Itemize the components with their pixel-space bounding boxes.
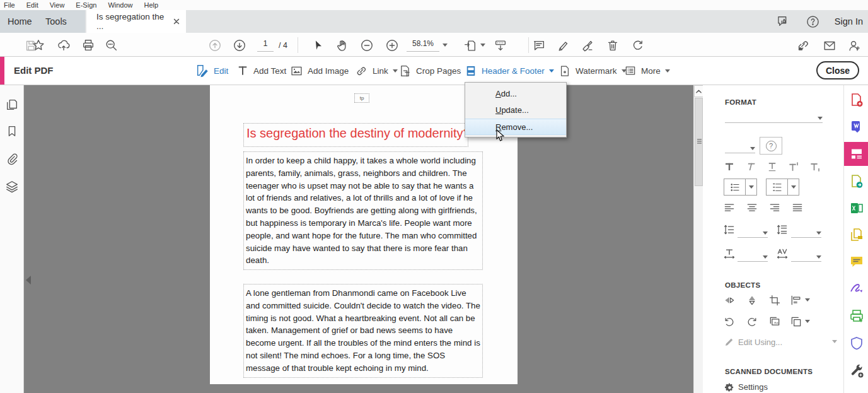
arrange-objects-caret-icon[interactable] — [805, 320, 810, 323]
paragraph-text-block[interactable]: In order to keep a child happy, it takes… — [243, 151, 483, 270]
page-thumbnails-icon[interactable] — [5, 98, 19, 112]
flip-vertical-icon[interactable] — [722, 293, 736, 307]
search-icon[interactable] — [105, 38, 119, 52]
add-image-button[interactable]: Add Image — [290, 62, 349, 79]
title-text-block[interactable]: Is segregation the destiny of modernity? — [243, 123, 468, 147]
delete-icon[interactable] — [606, 38, 620, 52]
comment-icon[interactable] — [532, 38, 546, 52]
print-icon[interactable] — [81, 38, 95, 52]
align-left-icon[interactable] — [722, 201, 736, 215]
close-button[interactable]: Close — [816, 61, 859, 79]
add-user-icon[interactable] — [847, 38, 861, 52]
page-header-text[interactable]: tp — [354, 93, 369, 103]
header-footer-button[interactable]: Header & Footer — [465, 62, 554, 79]
zoom-in-icon[interactable] — [385, 38, 399, 52]
help-icon[interactable] — [806, 15, 819, 28]
feedback-icon[interactable] — [777, 15, 791, 28]
zoom-caret-icon[interactable] — [443, 44, 448, 47]
edit-using-caret-icon[interactable] — [832, 340, 837, 343]
rotate-ccw-icon[interactable] — [722, 315, 736, 329]
edit-using-pencil-icon[interactable] — [722, 335, 736, 349]
numbered-list-caret-icon[interactable] — [787, 179, 799, 195]
link-button[interactable]: Link — [355, 62, 398, 79]
align-center-icon[interactable] — [745, 201, 759, 215]
tab-tools[interactable]: Tools — [39, 10, 73, 33]
fit-width-icon[interactable] — [494, 38, 507, 52]
arrange-objects-icon[interactable] — [789, 315, 803, 329]
edit-using-label[interactable]: Edit Using... — [738, 337, 782, 347]
crop-pages-button[interactable]: Crop Pages — [398, 62, 461, 79]
menu-edit[interactable]: Edit — [26, 1, 38, 9]
italic-icon[interactable] — [744, 160, 758, 173]
menu-item-add[interactable]: Add... — [465, 86, 566, 102]
tab-document[interactable]: Is segregation the ... — [86, 10, 186, 33]
highlighter-icon[interactable] — [556, 38, 570, 52]
character-spacing-select[interactable] — [791, 249, 821, 262]
settings-label[interactable]: Settings — [738, 382, 768, 392]
scrollbar-thumb[interactable] — [695, 98, 703, 186]
paragraph-text-block[interactable]: A lone gentleman from Dhanmondi came on … — [243, 284, 483, 378]
create-pdf-icon[interactable] — [849, 93, 864, 108]
close-icon[interactable] — [173, 18, 180, 25]
page-up-icon[interactable] — [208, 38, 222, 52]
menu-esign[interactable]: E-Sign — [76, 1, 96, 9]
settings-gear-icon[interactable] — [722, 380, 736, 393]
zoom-out-icon[interactable] — [360, 38, 374, 52]
horizontal-scale-select[interactable] — [738, 249, 768, 262]
attachments-icon[interactable] — [5, 152, 19, 166]
replace-image-icon[interactable] — [768, 315, 782, 329]
export-excel-icon[interactable] — [849, 201, 864, 216]
scan-ocr-icon[interactable] — [849, 308, 864, 324]
crop-object-icon[interactable] — [768, 293, 782, 307]
export-pdf-word-icon[interactable] — [849, 119, 864, 134]
star-icon[interactable] — [32, 38, 45, 52]
watermark-button[interactable]: Watermark — [558, 62, 627, 79]
superscript-icon[interactable] — [787, 160, 801, 173]
paragraph-spacing-icon[interactable] — [775, 223, 789, 237]
edit-pdf-tool-active[interactable] — [844, 142, 868, 166]
menu-help[interactable]: Help — [144, 1, 159, 9]
font-size-select[interactable] — [725, 141, 755, 153]
layers-icon[interactable] — [5, 180, 19, 194]
paragraph-spacing-select[interactable] — [791, 225, 821, 238]
zoom-level-input[interactable]: 58.1% — [407, 39, 439, 52]
fill-sign-icon[interactable] — [849, 281, 864, 296]
line-spacing-select[interactable] — [738, 225, 768, 238]
sign-in-button[interactable]: Sign In — [835, 16, 863, 26]
more-button[interactable]: More — [624, 62, 670, 79]
fit-page-icon[interactable] — [463, 38, 477, 52]
edit-tool-button[interactable]: Edit — [195, 62, 228, 79]
tab-home[interactable]: Home — [1, 10, 38, 33]
horizontal-scale-icon[interactable] — [722, 247, 736, 261]
menu-window[interactable]: Window — [108, 1, 132, 9]
page-number-input[interactable]: 1 — [257, 39, 274, 52]
share-link-icon[interactable] — [796, 38, 810, 52]
menu-item-update[interactable]: Update... — [465, 102, 566, 119]
page-down-icon[interactable] — [233, 38, 246, 52]
menu-view[interactable]: View — [50, 1, 65, 9]
scroll-up-icon[interactable] — [694, 85, 703, 97]
format-help-button[interactable]: ? — [760, 137, 782, 155]
rotate-icon[interactable] — [631, 38, 645, 52]
vertical-scrollbar[interactable] — [693, 85, 703, 393]
comment-tool-icon[interactable] — [849, 254, 864, 269]
email-icon[interactable] — [823, 38, 836, 52]
fit-page-caret-icon[interactable] — [480, 44, 485, 47]
align-objects-icon[interactable] — [789, 293, 803, 307]
character-spacing-icon[interactable] — [775, 247, 789, 261]
bullet-list-caret-icon[interactable] — [745, 179, 756, 195]
numbered-list-button[interactable] — [766, 179, 799, 196]
font-family-select[interactable] — [725, 110, 823, 123]
menu-item-remove[interactable]: Remove... — [465, 119, 566, 135]
align-right-icon[interactable] — [768, 201, 782, 215]
export-pdf-icon[interactable] — [849, 174, 864, 189]
hand-tool-icon[interactable] — [335, 38, 349, 52]
align-objects-caret-icon[interactable] — [805, 298, 810, 302]
more-tools-icon[interactable] — [849, 363, 864, 378]
share-file-icon[interactable] — [57, 38, 71, 52]
protect-shield-icon[interactable] — [849, 336, 864, 351]
menu-file[interactable]: File — [4, 1, 15, 9]
add-text-button[interactable]: Add Text — [236, 62, 286, 79]
combine-files-icon[interactable] — [849, 227, 864, 242]
bold-icon[interactable] — [722, 160, 736, 173]
